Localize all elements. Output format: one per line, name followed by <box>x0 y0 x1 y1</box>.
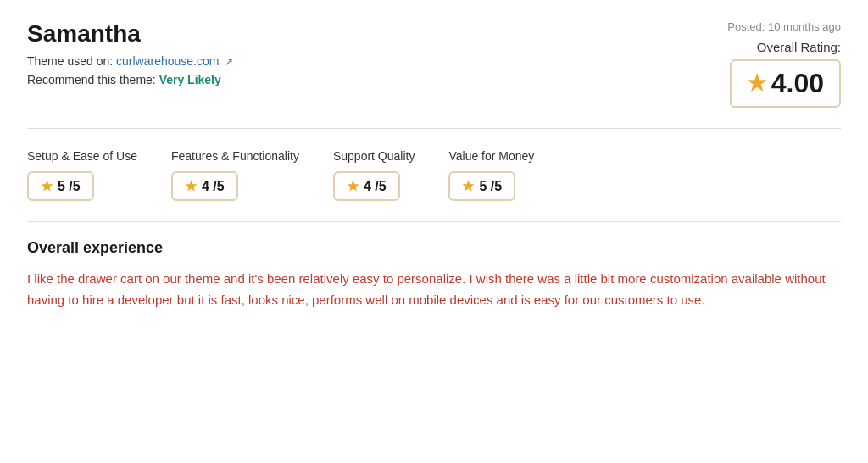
rating-category: Value for Money★5 /5 <box>448 149 534 201</box>
recommend-value: Very Likely <box>159 73 221 86</box>
reviewer-name: Samantha <box>27 20 727 47</box>
header-divider <box>27 128 841 129</box>
posted-date: Posted: 10 months ago <box>727 20 841 33</box>
rating-category: Setup & Ease of Use★5 /5 <box>27 149 137 201</box>
user-info: Samantha Theme used on: curlwarehouse.co… <box>27 20 727 86</box>
rating-category: Features & Functionality★4 /5 <box>171 149 299 201</box>
theme-url-link[interactable]: curlwarehouse.com ↗ <box>116 54 233 68</box>
score-badge: ★5 /5 <box>448 171 515 201</box>
overall-star-icon: ★ <box>747 70 766 97</box>
review-header: Samantha Theme used on: curlwarehouse.co… <box>27 20 841 108</box>
star-icon: ★ <box>41 178 53 194</box>
score-value: 5 /5 <box>58 179 81 194</box>
overall-exp-title: Overall experience <box>27 239 841 257</box>
external-link-icon: ↗ <box>225 56 233 68</box>
recommend-label: Recommend this theme: <box>27 73 156 86</box>
overall-rating-value: 4.00 <box>771 68 824 99</box>
star-icon: ★ <box>185 178 197 194</box>
overall-experience-section: Overall experience I like the drawer car… <box>27 239 841 311</box>
score-value: 4 /5 <box>364 179 387 194</box>
theme-used-line: Theme used on: curlwarehouse.com ↗ <box>27 54 727 68</box>
category-label: Features & Functionality <box>171 149 299 163</box>
star-icon: ★ <box>462 178 474 194</box>
rating-category: Support Quality★4 /5 <box>333 149 415 201</box>
overall-rating-label: Overall Rating: <box>727 40 841 54</box>
overall-rating-box: ★ 4.00 <box>730 59 841 108</box>
score-badge: ★4 /5 <box>333 171 400 201</box>
score-badge: ★4 /5 <box>171 171 238 201</box>
star-icon: ★ <box>347 178 359 194</box>
overall-rating-section: Posted: 10 months ago Overall Rating: ★ … <box>727 20 841 108</box>
ratings-divider <box>27 221 841 222</box>
recommend-line: Recommend this theme: Very Likely <box>27 73 727 86</box>
score-value: 4 /5 <box>202 179 225 194</box>
review-text: I like the drawer cart on our theme and … <box>27 269 841 311</box>
theme-used-label: Theme used on: <box>27 54 113 68</box>
score-value: 5 /5 <box>479 179 502 194</box>
category-label: Setup & Ease of Use <box>27 149 137 163</box>
category-label: Value for Money <box>448 149 534 163</box>
ratings-grid: Setup & Ease of Use★5 /5Features & Funct… <box>27 149 841 201</box>
score-badge: ★5 /5 <box>27 171 94 201</box>
category-label: Support Quality <box>333 149 415 163</box>
